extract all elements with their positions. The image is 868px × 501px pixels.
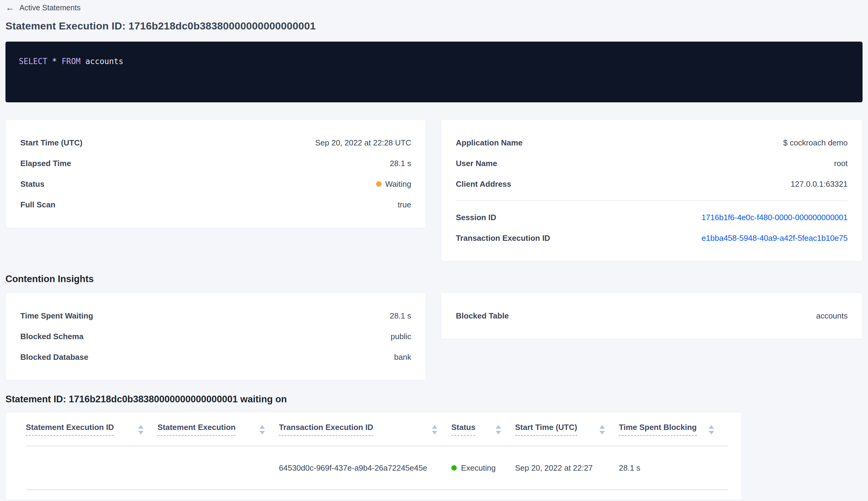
sql-keyword: SELECT xyxy=(19,57,47,66)
waiting-on-table-header: Statement Execution ID Statement Executi… xyxy=(26,412,728,446)
status-value: Waiting xyxy=(376,180,411,189)
kv-row-blocked-table: Blocked Table accounts xyxy=(456,306,848,326)
kv-label: Start Time (UTC) xyxy=(20,138,83,148)
cell-transaction-execution-id: 64530d0c-969f-437e-a9b4-26a72245e45e xyxy=(279,463,451,473)
waiting-on-table-card: Statement Execution ID Statement Executi… xyxy=(6,412,742,500)
kv-value: Sep 20, 2022 at 22:28 UTC xyxy=(315,138,411,148)
kv-row-application-name: Application Name $ cockroach demo xyxy=(456,132,848,153)
cell-status: Executing xyxy=(451,463,515,473)
kv-label: Blocked Schema xyxy=(20,332,84,341)
card-divider xyxy=(456,200,848,201)
session-id-link[interactable]: 1716b1f6-4e0c-f480-0000-000000000001 xyxy=(702,213,848,222)
status-dot-executing-icon xyxy=(451,465,457,471)
kv-value: bank xyxy=(394,352,411,362)
sort-arrows-icon[interactable] xyxy=(260,423,265,435)
session-details-card: Application Name $ cockroach demo User N… xyxy=(441,119,862,262)
kv-row-full-scan: Full Scan true xyxy=(20,194,411,215)
kv-label: Blocked Database xyxy=(20,352,88,362)
status-text: Executing xyxy=(461,463,496,473)
column-header-label: Statement Execution ID xyxy=(26,423,114,436)
cell-time-spent-blocking: 28.1 s xyxy=(619,463,728,473)
statement-details-card: Start Time (UTC) Sep 20, 2022 at 22:28 U… xyxy=(6,119,426,228)
breadcrumb-label: Active Statements xyxy=(19,3,80,12)
page-title: Statement Execution ID: 1716b218dc0b3838… xyxy=(6,20,862,32)
kv-row-start-time: Start Time (UTC) Sep 20, 2022 at 22:28 U… xyxy=(20,132,411,153)
status-dot-waiting-icon xyxy=(376,181,381,187)
kv-row-blocked-schema: Blocked Schema public xyxy=(20,326,411,347)
column-header-label: Statement Execution xyxy=(158,423,236,436)
column-header-time-spent-blocking[interactable]: Time Spent Blocking xyxy=(619,423,728,436)
table-row: 64530d0c-969f-437e-a9b4-26a72245e45e Exe… xyxy=(26,446,728,490)
kv-label: Transaction Execution ID xyxy=(456,234,550,243)
column-header-statement-execution-id[interactable]: Statement Execution ID xyxy=(26,423,158,436)
sql-statement-box: SELECT * FROM accounts xyxy=(6,42,862,102)
kv-row-blocked-database: Blocked Database bank xyxy=(20,347,411,367)
sort-arrows-icon[interactable] xyxy=(432,423,437,435)
sql-keyword: FROM xyxy=(62,57,81,66)
column-header-label: Transaction Execution ID xyxy=(279,423,373,436)
top-cards-row: Start Time (UTC) Sep 20, 2022 at 22:28 U… xyxy=(6,119,862,262)
kv-label: Blocked Table xyxy=(456,311,509,321)
blocked-table-card: Blocked Table accounts xyxy=(441,292,862,339)
sql-text: * xyxy=(47,57,62,66)
column-header-transaction-execution-id[interactable]: Transaction Execution ID xyxy=(279,423,451,436)
kv-value: true xyxy=(398,200,411,210)
cell-start-time: Sep 20, 2022 at 22:27 xyxy=(515,463,619,473)
kv-value: 28.1 s xyxy=(390,311,411,321)
kv-row-elapsed-time: Elapsed Time 28.1 s xyxy=(20,153,411,174)
column-header-label: Time Spent Blocking xyxy=(619,423,697,436)
contention-left-card: Time Spent Waiting 28.1 s Blocked Schema… xyxy=(6,292,426,381)
kv-label: Application Name xyxy=(456,138,523,148)
kv-row-time-spent-waiting: Time Spent Waiting 28.1 s xyxy=(20,306,411,326)
kv-label: User Name xyxy=(456,159,497,168)
kv-label: Full Scan xyxy=(20,200,56,210)
transaction-execution-id-link[interactable]: e1bba458-5948-40a9-a42f-5feac1b10e75 xyxy=(702,234,848,243)
statement-execution-page: ← Active Statements Statement Execution … xyxy=(0,0,868,500)
status-text: Waiting xyxy=(385,180,411,189)
kv-value: root xyxy=(834,159,848,168)
kv-label: Status xyxy=(20,180,44,189)
contention-insights-heading: Contention Insights xyxy=(6,274,862,285)
sort-arrows-icon[interactable] xyxy=(599,423,605,435)
kv-value: $ cockroach demo xyxy=(783,138,848,148)
kv-row-user-name: User Name root xyxy=(456,153,848,174)
sql-text: accounts xyxy=(81,57,123,66)
kv-value: public xyxy=(391,332,411,341)
column-header-statement-execution[interactable]: Statement Execution xyxy=(158,423,279,436)
sort-arrows-icon[interactable] xyxy=(496,423,501,435)
back-to-active-statements-link[interactable]: ← Active Statements xyxy=(6,0,80,13)
kv-row-status: Status Waiting xyxy=(20,174,411,194)
kv-label: Time Spent Waiting xyxy=(20,311,93,321)
column-header-label: Status xyxy=(451,423,475,436)
column-header-start-time[interactable]: Start Time (UTC) xyxy=(515,423,619,436)
kv-row-session-id: Session ID 1716b1f6-4e0c-f480-0000-00000… xyxy=(456,207,848,228)
kv-value: accounts xyxy=(816,311,848,321)
sort-arrows-icon[interactable] xyxy=(709,423,714,435)
kv-label: Session ID xyxy=(456,213,496,222)
contention-cards-row: Time Spent Waiting 28.1 s Blocked Schema… xyxy=(6,292,862,381)
column-header-status[interactable]: Status xyxy=(451,423,515,436)
kv-row-transaction-execution-id: Transaction Execution ID e1bba458-5948-4… xyxy=(456,228,848,248)
kv-row-client-address: Client Address 127.0.0.1:63321 xyxy=(456,174,848,194)
kv-label: Client Address xyxy=(456,180,511,189)
column-header-label: Start Time (UTC) xyxy=(515,423,577,436)
sort-arrows-icon[interactable] xyxy=(138,423,143,435)
kv-value: 127.0.0.1:63321 xyxy=(791,180,848,189)
waiting-on-heading: Statement ID: 1716b218dc0b38380000000000… xyxy=(6,394,862,405)
kv-value: 28.1 s xyxy=(390,159,411,168)
arrow-left-icon: ← xyxy=(6,3,14,12)
kv-label: Elapsed Time xyxy=(20,159,71,168)
